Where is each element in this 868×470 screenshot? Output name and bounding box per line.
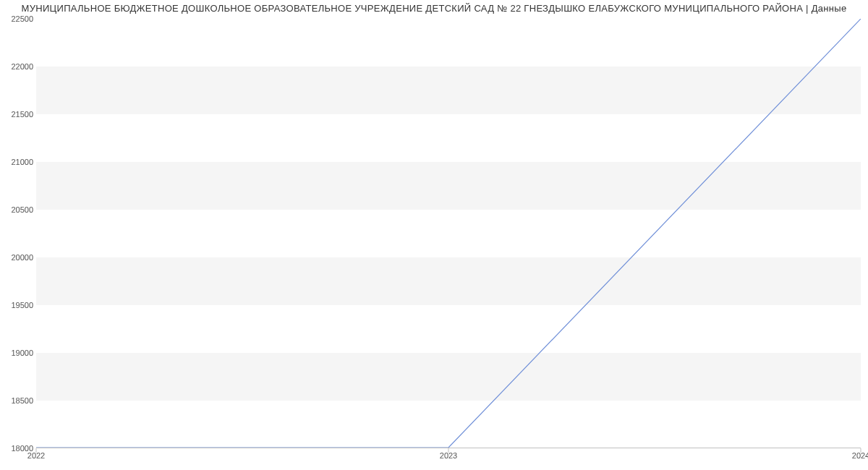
line-chart: МУНИЦИПАЛЬНОЕ БЮДЖЕТНОЕ ДОШКОЛЬНОЕ ОБРАЗ…: [0, 0, 868, 470]
y-tick-label: 19500: [1, 301, 33, 309]
x-tick-mark: [448, 448, 449, 453]
y-tick-label: 20000: [1, 253, 33, 262]
chart-title: МУНИЦИПАЛЬНОЕ БЮДЖЕТНОЕ ДОШКОЛЬНОЕ ОБРАЗ…: [0, 3, 868, 14]
y-tick-label: 22000: [1, 62, 33, 71]
grid-band: [36, 67, 861, 114]
y-tick-label: 20500: [1, 205, 33, 214]
y-tick-label: 21000: [1, 158, 33, 166]
grid-band: [36, 257, 861, 305]
y-tick-label: 21500: [1, 110, 33, 119]
y-tick-label: 19000: [1, 349, 33, 357]
x-tick-mark: [861, 448, 861, 453]
x-tick-mark: [36, 448, 37, 453]
y-tick-label: 18500: [1, 396, 33, 405]
plot-area: [36, 19, 861, 448]
grid-band: [36, 162, 861, 210]
y-tick-label: 22500: [1, 14, 33, 23]
grid-band: [36, 353, 861, 401]
